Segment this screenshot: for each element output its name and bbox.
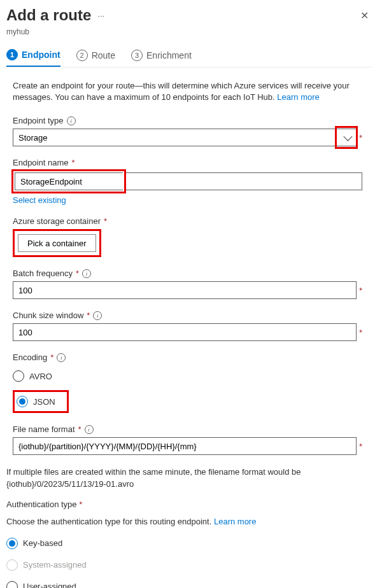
radio-button[interactable]	[17, 396, 28, 407]
info-icon[interactable]: i	[85, 425, 94, 434]
encoding-label: Encoding	[13, 353, 47, 362]
radio-label: User-assigned	[23, 582, 76, 588]
learn-more-link[interactable]: Learn more	[277, 92, 319, 102]
required-star: *	[78, 424, 81, 434]
radio-key-based[interactable]: Key-based	[6, 536, 369, 551]
radio-button	[6, 559, 18, 571]
radio-avro[interactable]: AVRO	[13, 368, 362, 384]
chunk-size-label: Chunk size window	[13, 311, 83, 320]
select-existing-link[interactable]: Select existing	[13, 195, 66, 205]
radio-user-assigned[interactable]: User-assigned	[6, 579, 369, 588]
endpoint-type-label: Endpoint type	[13, 116, 64, 125]
required-star: *	[71, 158, 74, 167]
radio-button[interactable]	[13, 370, 24, 382]
radio-json[interactable]: JSON	[17, 394, 55, 409]
required-star: *	[50, 353, 53, 362]
auth-learn-more-link[interactable]: Learn more	[214, 517, 256, 526]
endpoint-type-select[interactable]	[13, 129, 357, 146]
info-icon[interactable]: i	[57, 353, 66, 362]
filename-format-field: File name format * i *	[13, 424, 362, 455]
radio-button[interactable]	[6, 581, 18, 588]
hub-subtitle: myhub	[3, 27, 372, 43]
endpoint-name-input-rest[interactable]	[126, 172, 362, 190]
chunk-size-field: Chunk size window * i *	[13, 311, 362, 341]
required-star: *	[359, 442, 362, 451]
step-enrichment[interactable]: 3 Enrichment	[131, 43, 192, 67]
batch-frequency-label: Batch frequency	[13, 269, 73, 278]
required-star: *	[76, 269, 79, 278]
encoding-field: Encoding * i AVRO JSON	[13, 353, 362, 413]
auth-type-label: Authentication type	[6, 500, 77, 509]
info-icon[interactable]: i	[67, 116, 76, 125]
endpoint-name-field: Endpoint name * Select existing	[13, 158, 362, 205]
step-label: Enrichment	[146, 50, 192, 60]
step-badge: 2	[76, 50, 88, 61]
storage-container-label: Azure storage container	[13, 216, 101, 226]
filename-format-label: File name format	[13, 424, 75, 434]
info-icon[interactable]: i	[93, 311, 102, 320]
radio-system-assigned: System-assigned	[6, 557, 369, 573]
close-icon[interactable]: ✕	[360, 10, 369, 22]
more-icon[interactable]: ···	[97, 11, 104, 20]
radio-button[interactable]	[6, 538, 18, 549]
storage-container-field: Azure storage container * Pick a contain…	[13, 216, 362, 257]
stepper: 1 Endpoint 2 Route 3 Enrichment	[3, 43, 372, 67]
step-label: Endpoint	[22, 50, 60, 60]
endpoint-type-field: Endpoint type i *	[13, 116, 362, 146]
step-badge: 1	[6, 49, 18, 60]
required-star: *	[104, 216, 107, 226]
step-route[interactable]: 2 Route	[76, 43, 115, 67]
endpoint-name-input[interactable]	[15, 172, 123, 190]
required-star: *	[359, 328, 362, 337]
radio-label: JSON	[33, 397, 55, 407]
radio-label: Key-based	[23, 538, 62, 548]
required-star: *	[359, 133, 362, 143]
step-label: Route	[92, 50, 115, 60]
required-star: *	[79, 500, 82, 509]
step-endpoint[interactable]: 1 Endpoint	[6, 43, 60, 67]
required-star: *	[359, 286, 362, 295]
radio-label: System-assigned	[23, 560, 87, 570]
page-title: Add a route	[6, 6, 91, 24]
info-icon[interactable]: i	[82, 269, 91, 278]
radio-label: AVRO	[29, 372, 52, 381]
chunk-size-input[interactable]	[13, 323, 357, 341]
intro-text: Create an endpoint for your route—this w…	[13, 80, 362, 103]
step-badge: 3	[131, 50, 143, 61]
batch-frequency-input[interactable]	[13, 281, 357, 299]
auth-desc: Choose the authentication type for this …	[6, 517, 369, 526]
pick-container-button[interactable]: Pick a container	[18, 234, 96, 252]
batch-frequency-field: Batch frequency * i *	[13, 269, 362, 299]
endpoint-name-label: Endpoint name	[13, 158, 68, 167]
required-star: *	[87, 311, 90, 320]
filename-format-input[interactable]	[13, 437, 357, 455]
filename-note: If multiple files are created within the…	[6, 466, 369, 489]
